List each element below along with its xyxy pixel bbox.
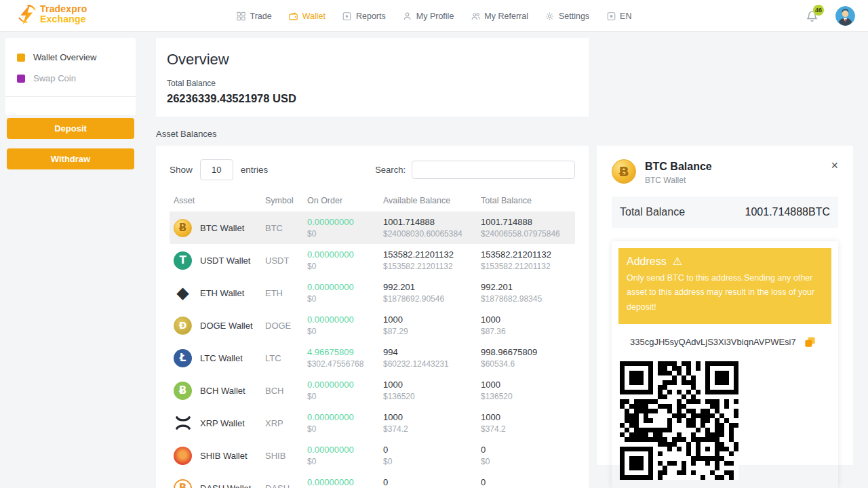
deposit-button[interactable]: Deposit	[7, 118, 134, 139]
asset-name: DOGE Wallet	[200, 321, 253, 331]
panel-header-text: BTC Balance BTC Wallet	[645, 159, 712, 185]
fiat-amount: $0	[307, 229, 383, 239]
my-referral-icon	[471, 12, 480, 21]
crypto-amount: 0	[383, 477, 481, 487]
crypto-amount: 1000	[481, 412, 575, 422]
close-panel-button[interactable]: ×	[831, 159, 838, 171]
search-input[interactable]	[412, 161, 575, 179]
fiat-amount: $0	[307, 262, 383, 271]
nav-item-reports[interactable]: Reports	[342, 12, 386, 21]
total-balance-cell: 0$0	[481, 477, 575, 488]
column-header-total-balance[interactable]: Total Balance	[481, 196, 575, 205]
xrp-coin-icon	[174, 414, 192, 432]
reports-icon	[342, 12, 352, 21]
main-nav: TradeWalletReportsMy ProfileMy ReferralS…	[237, 0, 632, 32]
total-balance-cell: 992.201$1878682.98345	[481, 282, 575, 304]
overview-card: Overview Total Balance 26236339.43521978…	[156, 38, 589, 117]
total-balance-cell: 0$0	[481, 445, 575, 466]
available-balance-cell: 0$0	[383, 477, 481, 488]
sidebar-bullet-icon	[17, 54, 25, 62]
sidebar-bullet-icon	[17, 75, 25, 83]
crypto-amount: 1000	[383, 314, 481, 325]
table-row-btc[interactable]: ɃBTC WalletBTC0.00000000$01001.714888$24…	[170, 211, 575, 244]
fiat-amount: $136520	[481, 392, 575, 401]
settings-icon	[545, 12, 555, 21]
total-balance-cell: 1000$374.2	[481, 412, 575, 434]
asset-cell: ÐDOGE Wallet	[174, 317, 265, 335]
crypto-amount: 0	[481, 445, 575, 455]
notifications-button[interactable]: 46	[806, 10, 818, 22]
nav-item-language[interactable]: EN	[606, 12, 631, 21]
wallet-icon	[289, 12, 298, 21]
trade-icon	[237, 12, 246, 21]
nav-item-trade[interactable]: Trade	[237, 12, 272, 21]
asset-name: LTC Wallet	[200, 353, 243, 363]
crypto-amount: 1000	[383, 380, 481, 390]
available-balance-cell: 1000$136520	[383, 380, 481, 401]
sidebar-item-swap-coin[interactable]: Swap Coin	[5, 68, 136, 89]
ltc-coin-icon: Ł	[174, 349, 192, 367]
crypto-amount: 0.00000000	[307, 249, 383, 260]
wallet-sidebar: Wallet OverviewSwap Coin	[5, 38, 136, 115]
nav-item-label: My Profile	[416, 12, 454, 21]
show-label: Show	[170, 165, 193, 175]
column-header-symbol[interactable]: Symbol	[265, 196, 307, 205]
asset-symbol: ETH	[265, 288, 307, 298]
entries-count-input[interactable]	[200, 159, 233, 180]
table-row-usdt[interactable]: TUSDT WalletUSDT0.00000000$0153582.21201…	[170, 244, 575, 277]
table-row-doge[interactable]: ÐDOGE WalletDOGE0.00000000$01000$87.2910…	[170, 309, 575, 342]
asset-name: USDT Wallet	[200, 256, 250, 266]
fiat-amount: $374.2	[383, 424, 481, 434]
user-avatar[interactable]	[835, 6, 855, 26]
crypto-amount: 1000	[481, 314, 575, 325]
brand-logo[interactable]: Tradexpro Exchange	[18, 3, 87, 25]
asset-balances-section-label: Asset Balances	[156, 129, 217, 139]
bch-coin-icon: Ƀ	[174, 382, 192, 400]
nav-item-wallet[interactable]: Wallet	[289, 12, 326, 21]
on-order-cell: 0.00000000$0	[307, 217, 383, 239]
panel-total-value: 1001.714888BTC	[745, 206, 830, 218]
doge-coin-icon: Ð	[174, 317, 192, 335]
on-order-cell: 0.00000000$0	[307, 477, 383, 488]
fiat-amount: $302.47556768	[307, 359, 383, 369]
asset-symbol: SHIB	[265, 451, 307, 461]
sidebar-item-wallet-overview[interactable]: Wallet Overview	[5, 47, 136, 68]
column-header-available-balance[interactable]: Available Balance	[383, 196, 481, 205]
nav-item-settings[interactable]: Settings	[545, 12, 589, 21]
eth-coin-icon: ◆	[174, 284, 192, 302]
available-balance-cell: 153582.21201132$153582.21201132	[383, 249, 481, 271]
table-row-eth[interactable]: ◆ETH WalletETH0.00000000$0992.201$187869…	[170, 277, 575, 309]
copy-address-button[interactable]	[804, 336, 816, 348]
nav-item-my-referral[interactable]: My Referral	[471, 12, 528, 21]
table-row-ltc[interactable]: ŁLTC WalletLTC4.96675809$302.47556768994…	[170, 342, 575, 374]
asset-cell: TUSDT Wallet	[174, 251, 265, 270]
table-controls: Show entries Search:	[170, 159, 575, 180]
page-length-control: Show entries	[170, 159, 268, 180]
withdraw-button[interactable]: Withdraw	[7, 148, 134, 169]
table-row-xrp[interactable]: XRP WalletXRP0.00000000$01000$374.21000$…	[170, 407, 575, 439]
on-order-cell: 0.00000000$0	[307, 249, 383, 271]
fiat-amount: $136520	[383, 392, 481, 401]
column-header-asset[interactable]: Asset	[174, 196, 265, 205]
panel-total-label: Total Balance	[620, 206, 685, 218]
table-row-dash[interactable]: ɃDASH WalletDASH0.00000000$00$00$0	[170, 472, 575, 488]
btc-coin-icon: Ƀ	[612, 159, 636, 184]
asset-name: BCH Wallet	[200, 386, 245, 396]
crypto-amount: 998.96675809	[481, 347, 575, 357]
notification-count-badge: 46	[813, 5, 824, 16]
table-body: ɃBTC WalletBTC0.00000000$01001.714888$24…	[170, 211, 575, 488]
fiat-amount: $87.29	[383, 327, 481, 336]
asset-symbol: USDT	[265, 256, 307, 266]
entries-label: entries	[241, 165, 269, 175]
address-warning-text: Only send BTC to this address.Sending an…	[627, 271, 823, 314]
nav-item-label: EN	[620, 12, 631, 21]
table-row-bch[interactable]: ɃBCH WalletBCH0.00000000$01000$136520100…	[170, 374, 575, 407]
crypto-amount: 0.00000000	[307, 282, 383, 292]
panel-total-balance-row: Total Balance 1001.714888BTC	[612, 197, 838, 228]
table-row-shib[interactable]: SHIB WalletSHIB0.00000000$00$00$0	[170, 439, 575, 472]
total-balance-label: Total Balance	[167, 79, 578, 88]
column-header-on-order[interactable]: On Order	[307, 196, 383, 205]
nav-item-my-profile[interactable]: My Profile	[403, 12, 454, 21]
total-balance-value: 26236339.43521978 USD	[167, 92, 578, 105]
asset-name: ETH Wallet	[200, 288, 244, 298]
